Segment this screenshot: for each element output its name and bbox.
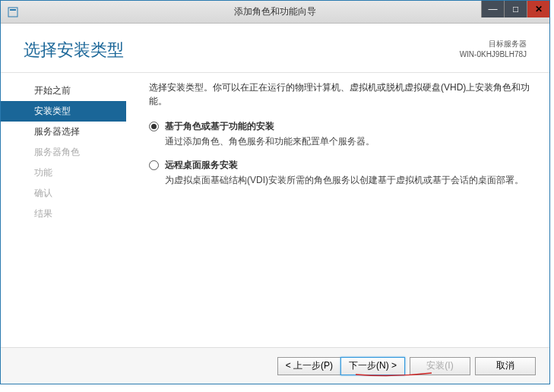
radio-role-based[interactable] xyxy=(149,122,159,131)
sidebar-item-server-roles: 服务器角色 xyxy=(1,142,126,163)
close-button[interactable]: ✕ xyxy=(527,1,549,17)
install-button: 安装(I) xyxy=(410,357,470,375)
option-desc: 为虚拟桌面基础结构(VDI)安装所需的角色服务以创建基于虚拟机或基于会话的桌面部… xyxy=(165,173,530,187)
sidebar-item-server-selection[interactable]: 服务器选择 xyxy=(1,122,126,142)
next-button[interactable]: 下一步(N) > xyxy=(340,357,405,375)
sidebar-item-install-type[interactable]: 安装类型 xyxy=(1,101,126,122)
radio-remote-desktop[interactable] xyxy=(149,160,159,170)
option-title: 基于角色或基于功能的安装 xyxy=(165,120,530,133)
option-text: 远程桌面服务安装 为虚拟桌面基础结构(VDI)安装所需的角色服务以创建基于虚拟机… xyxy=(165,159,530,187)
option-text: 基于角色或基于功能的安装 通过添加角色、角色服务和功能来配置单个服务器。 xyxy=(165,120,530,148)
option-role-based[interactable]: 基于角色或基于功能的安装 通过添加角色、角色服务和功能来配置单个服务器。 xyxy=(149,120,530,148)
body-area: 开始之前 安装类型 服务器选择 服务器角色 功能 确认 结果 选择安装类型。你可… xyxy=(1,73,549,354)
previous-button[interactable]: < 上一步(P) xyxy=(277,357,340,375)
sidebar-item-confirm: 确认 xyxy=(1,183,126,204)
minimize-button[interactable]: — xyxy=(481,1,504,17)
server-name: WIN-0KHJ9BLH78J xyxy=(460,49,527,60)
svg-rect-1 xyxy=(10,9,16,11)
content-panel: 选择安装类型。你可以在正在运行的物理计算机、虚拟机或脱机虚拟硬盘(VHD)上安装… xyxy=(126,73,549,354)
svg-rect-0 xyxy=(8,8,17,17)
window-title: 添加角色和功能向导 xyxy=(234,5,316,18)
option-title: 远程桌面服务安装 xyxy=(165,159,530,172)
window-controls: — □ ✕ xyxy=(481,1,549,17)
server-label: 目标服务器 xyxy=(460,39,527,49)
footer: < 上一步(P) 下一步(N) > 安装(I) 取消 xyxy=(1,347,549,384)
header-area: 选择安装类型 目标服务器 WIN-0KHJ9BLH78J xyxy=(1,24,549,73)
server-info: 目标服务器 WIN-0KHJ9BLH78J xyxy=(460,39,527,60)
sidebar-item-results: 结果 xyxy=(1,204,126,224)
cancel-button[interactable]: 取消 xyxy=(475,357,536,375)
option-remote-desktop[interactable]: 远程桌面服务安装 为虚拟桌面基础结构(VDI)安装所需的角色服务以创建基于虚拟机… xyxy=(149,159,530,187)
titlebar: 添加角色和功能向导 — □ ✕ xyxy=(1,1,549,24)
app-icon xyxy=(7,6,19,18)
sidebar: 开始之前 安装类型 服务器选择 服务器角色 功能 确认 结果 xyxy=(1,73,126,354)
sidebar-item-features: 功能 xyxy=(1,163,126,183)
wizard-window: 添加角色和功能向导 — □ ✕ 选择安装类型 目标服务器 WIN-0KHJ9BL… xyxy=(0,0,550,384)
nav-button-group: < 上一步(P) 下一步(N) > xyxy=(277,357,405,375)
sidebar-item-before-begin[interactable]: 开始之前 xyxy=(1,81,126,101)
maximize-button[interactable]: □ xyxy=(504,1,527,17)
intro-text: 选择安装类型。你可以在正在运行的物理计算机、虚拟机或脱机虚拟硬盘(VHD)上安装… xyxy=(149,81,530,108)
option-desc: 通过添加角色、角色服务和功能来配置单个服务器。 xyxy=(165,134,530,148)
page-title: 选择安装类型 xyxy=(24,39,124,62)
